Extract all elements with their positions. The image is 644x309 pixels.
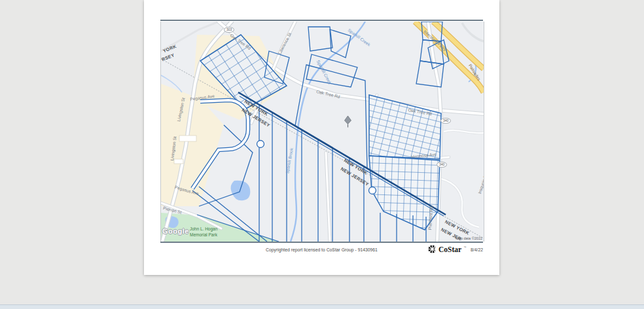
trademark-symbol: ™ [463,245,466,249]
window-edge-strip [0,304,644,309]
map-label-park-name: John L. Hogan [190,227,217,232]
map-image: Oak Tree Rd Oak Tree Rd Oak Tree Rd Lawr… [160,22,484,242]
costar-logo-icon [428,245,437,253]
footer-rule [160,242,483,243]
map-graphic [161,22,484,242]
header-rule [160,20,483,21]
map-marker-icon [344,115,352,128]
screen: Oak Tree Rd Oak Tree Rd Oak Tree Rd Lawr… [0,0,644,309]
map-label-park-name: Memorial Park [190,233,217,238]
google-logo: Google [162,227,189,235]
costar-logo-text: CoStar [438,245,461,253]
report-page: Oak Tree Rd Oak Tree Rd Oak Tree Rd Lawr… [144,0,499,275]
costar-brand: CoStar ™ [428,245,466,253]
report-date: 8/4/22 [471,247,483,252]
map-attribution: Map data ©2022 [456,236,482,240]
report-footer: Copyrighted report licensed to CoStar Gr… [144,245,499,257]
